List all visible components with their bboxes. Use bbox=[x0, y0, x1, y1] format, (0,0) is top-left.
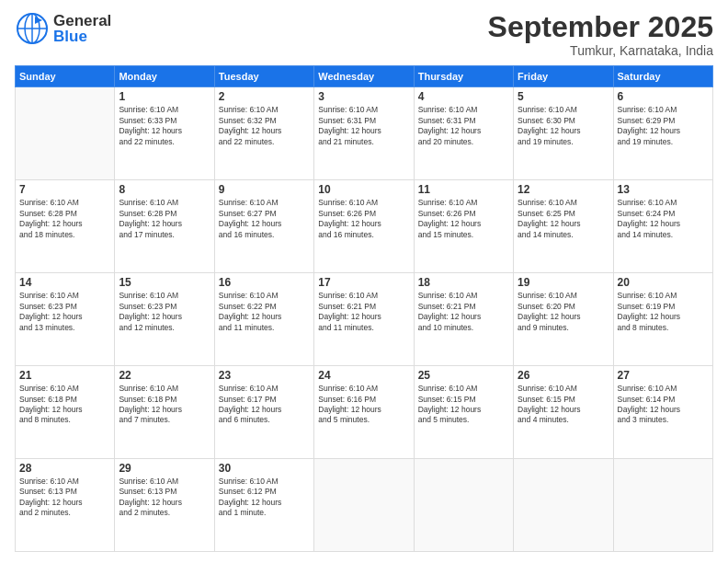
page: General Blue September 2025 Tumkur, Karn… bbox=[0, 0, 728, 563]
day-info: Sunrise: 6:10 AM Sunset: 6:15 PM Dayligh… bbox=[518, 384, 609, 426]
col-saturday: Saturday bbox=[613, 66, 712, 87]
day-info: Sunrise: 6:10 AM Sunset: 6:24 PM Dayligh… bbox=[618, 198, 709, 240]
calendar-cell: 13Sunrise: 6:10 AM Sunset: 6:24 PM Dayli… bbox=[613, 180, 712, 273]
day-info: Sunrise: 6:10 AM Sunset: 6:30 PM Dayligh… bbox=[518, 105, 609, 147]
day-info: Sunrise: 6:10 AM Sunset: 6:18 PM Dayligh… bbox=[19, 384, 110, 426]
day-number: 30 bbox=[219, 462, 310, 475]
day-info: Sunrise: 6:10 AM Sunset: 6:22 PM Dayligh… bbox=[219, 291, 310, 333]
calendar-header-row: Sunday Monday Tuesday Wednesday Thursday… bbox=[16, 66, 713, 87]
col-monday: Monday bbox=[115, 66, 214, 87]
day-number: 29 bbox=[119, 462, 210, 475]
calendar-week-1: 1Sunrise: 6:10 AM Sunset: 6:33 PM Daylig… bbox=[16, 87, 713, 180]
day-info: Sunrise: 6:10 AM Sunset: 6:33 PM Dayligh… bbox=[119, 105, 210, 147]
day-number: 9 bbox=[219, 183, 310, 196]
day-info: Sunrise: 6:10 AM Sunset: 6:27 PM Dayligh… bbox=[219, 198, 310, 240]
day-number: 18 bbox=[418, 276, 509, 289]
logo-globe-icon bbox=[15, 11, 50, 46]
calendar-cell: 9Sunrise: 6:10 AM Sunset: 6:27 PM Daylig… bbox=[214, 180, 313, 273]
calendar-cell bbox=[314, 459, 414, 552]
day-info: Sunrise: 6:10 AM Sunset: 6:21 PM Dayligh… bbox=[318, 291, 409, 333]
day-info: Sunrise: 6:10 AM Sunset: 6:26 PM Dayligh… bbox=[418, 198, 509, 240]
calendar-cell: 10Sunrise: 6:10 AM Sunset: 6:26 PM Dayli… bbox=[314, 180, 414, 273]
calendar-cell: 5Sunrise: 6:10 AM Sunset: 6:30 PM Daylig… bbox=[514, 87, 613, 180]
day-number: 14 bbox=[19, 276, 110, 289]
day-number: 19 bbox=[518, 276, 609, 289]
col-thursday: Thursday bbox=[414, 66, 513, 87]
day-number: 2 bbox=[219, 90, 310, 103]
day-info: Sunrise: 6:10 AM Sunset: 6:25 PM Dayligh… bbox=[518, 198, 609, 240]
day-info: Sunrise: 6:10 AM Sunset: 6:20 PM Dayligh… bbox=[518, 291, 609, 333]
day-number: 24 bbox=[318, 369, 409, 382]
calendar-cell: 12Sunrise: 6:10 AM Sunset: 6:25 PM Dayli… bbox=[514, 180, 613, 273]
day-number: 22 bbox=[119, 369, 210, 382]
calendar-cell bbox=[613, 459, 712, 552]
day-number: 5 bbox=[518, 90, 609, 103]
day-info: Sunrise: 6:10 AM Sunset: 6:18 PM Dayligh… bbox=[119, 384, 210, 426]
day-number: 7 bbox=[19, 183, 110, 196]
location-subtitle: Tumkur, Karnataka, India bbox=[488, 43, 713, 58]
day-info: Sunrise: 6:10 AM Sunset: 6:17 PM Dayligh… bbox=[219, 384, 310, 426]
calendar-table: Sunday Monday Tuesday Wednesday Thursday… bbox=[15, 65, 713, 552]
col-sunday: Sunday bbox=[16, 66, 115, 87]
calendar-cell: 8Sunrise: 6:10 AM Sunset: 6:28 PM Daylig… bbox=[115, 180, 214, 273]
day-number: 27 bbox=[618, 369, 709, 382]
calendar-cell: 22Sunrise: 6:10 AM Sunset: 6:18 PM Dayli… bbox=[115, 366, 214, 459]
day-number: 13 bbox=[618, 183, 709, 196]
calendar-week-5: 28Sunrise: 6:10 AM Sunset: 6:13 PM Dayli… bbox=[16, 459, 713, 552]
calendar-body: 1Sunrise: 6:10 AM Sunset: 6:33 PM Daylig… bbox=[16, 87, 713, 552]
day-number: 15 bbox=[119, 276, 210, 289]
calendar-cell: 24Sunrise: 6:10 AM Sunset: 6:16 PM Dayli… bbox=[314, 366, 414, 459]
calendar-cell: 11Sunrise: 6:10 AM Sunset: 6:26 PM Dayli… bbox=[414, 180, 513, 273]
calendar-week-3: 14Sunrise: 6:10 AM Sunset: 6:23 PM Dayli… bbox=[16, 273, 713, 366]
calendar-cell bbox=[414, 459, 513, 552]
calendar-cell: 27Sunrise: 6:10 AM Sunset: 6:14 PM Dayli… bbox=[613, 366, 712, 459]
logo: General Blue bbox=[15, 11, 111, 46]
day-info: Sunrise: 6:10 AM Sunset: 6:31 PM Dayligh… bbox=[418, 105, 509, 147]
calendar-cell bbox=[16, 87, 115, 180]
day-info: Sunrise: 6:10 AM Sunset: 6:15 PM Dayligh… bbox=[418, 384, 509, 426]
day-info: Sunrise: 6:10 AM Sunset: 6:16 PM Dayligh… bbox=[318, 384, 409, 426]
month-title: September 2025 bbox=[488, 11, 713, 43]
calendar-cell: 1Sunrise: 6:10 AM Sunset: 6:33 PM Daylig… bbox=[115, 87, 214, 180]
calendar-cell: 14Sunrise: 6:10 AM Sunset: 6:23 PM Dayli… bbox=[16, 273, 115, 366]
calendar-cell: 16Sunrise: 6:10 AM Sunset: 6:22 PM Dayli… bbox=[214, 273, 313, 366]
col-friday: Friday bbox=[514, 66, 613, 87]
calendar-cell: 15Sunrise: 6:10 AM Sunset: 6:23 PM Dayli… bbox=[115, 273, 214, 366]
day-number: 10 bbox=[318, 183, 409, 196]
calendar-cell: 26Sunrise: 6:10 AM Sunset: 6:15 PM Dayli… bbox=[514, 366, 613, 459]
calendar-cell: 6Sunrise: 6:10 AM Sunset: 6:29 PM Daylig… bbox=[613, 87, 712, 180]
calendar-cell: 7Sunrise: 6:10 AM Sunset: 6:28 PM Daylig… bbox=[16, 180, 115, 273]
day-number: 28 bbox=[19, 462, 110, 475]
calendar-cell: 4Sunrise: 6:10 AM Sunset: 6:31 PM Daylig… bbox=[414, 87, 513, 180]
col-wednesday: Wednesday bbox=[314, 66, 414, 87]
calendar-cell: 29Sunrise: 6:10 AM Sunset: 6:13 PM Dayli… bbox=[115, 459, 214, 552]
day-number: 26 bbox=[518, 369, 609, 382]
day-info: Sunrise: 6:10 AM Sunset: 6:23 PM Dayligh… bbox=[19, 291, 110, 333]
day-info: Sunrise: 6:10 AM Sunset: 6:13 PM Dayligh… bbox=[119, 477, 210, 519]
day-number: 3 bbox=[318, 90, 409, 103]
calendar-cell: 21Sunrise: 6:10 AM Sunset: 6:18 PM Dayli… bbox=[16, 366, 115, 459]
day-info: Sunrise: 6:10 AM Sunset: 6:28 PM Dayligh… bbox=[119, 198, 210, 240]
day-info: Sunrise: 6:10 AM Sunset: 6:28 PM Dayligh… bbox=[19, 198, 110, 240]
day-info: Sunrise: 6:10 AM Sunset: 6:19 PM Dayligh… bbox=[618, 291, 709, 333]
calendar-cell: 25Sunrise: 6:10 AM Sunset: 6:15 PM Dayli… bbox=[414, 366, 513, 459]
day-info: Sunrise: 6:10 AM Sunset: 6:13 PM Dayligh… bbox=[19, 477, 110, 519]
day-info: Sunrise: 6:10 AM Sunset: 6:31 PM Dayligh… bbox=[318, 105, 409, 147]
calendar-cell: 28Sunrise: 6:10 AM Sunset: 6:13 PM Dayli… bbox=[16, 459, 115, 552]
calendar-week-2: 7Sunrise: 6:10 AM Sunset: 6:28 PM Daylig… bbox=[16, 180, 713, 273]
calendar-cell: 23Sunrise: 6:10 AM Sunset: 6:17 PM Dayli… bbox=[214, 366, 313, 459]
calendar-cell: 3Sunrise: 6:10 AM Sunset: 6:31 PM Daylig… bbox=[314, 87, 414, 180]
logo-general-text: General bbox=[53, 13, 111, 29]
day-number: 23 bbox=[219, 369, 310, 382]
day-number: 6 bbox=[618, 90, 709, 103]
calendar-cell: 18Sunrise: 6:10 AM Sunset: 6:21 PM Dayli… bbox=[414, 273, 513, 366]
day-number: 17 bbox=[318, 276, 409, 289]
day-info: Sunrise: 6:10 AM Sunset: 6:14 PM Dayligh… bbox=[618, 384, 709, 426]
col-tuesday: Tuesday bbox=[214, 66, 313, 87]
day-number: 16 bbox=[219, 276, 310, 289]
day-number: 20 bbox=[618, 276, 709, 289]
day-number: 1 bbox=[119, 90, 210, 103]
day-info: Sunrise: 6:10 AM Sunset: 6:26 PM Dayligh… bbox=[318, 198, 409, 240]
calendar-week-4: 21Sunrise: 6:10 AM Sunset: 6:18 PM Dayli… bbox=[16, 366, 713, 459]
day-number: 11 bbox=[418, 183, 509, 196]
